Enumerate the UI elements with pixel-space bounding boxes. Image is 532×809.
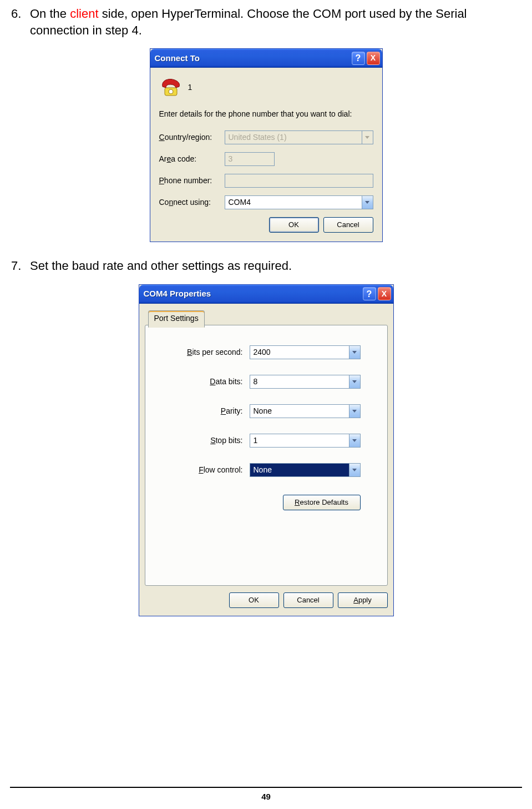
bps-label: Bits per second:	[187, 347, 242, 358]
connection-header: 1	[159, 76, 373, 99]
restore-row: Restore Defaults	[156, 495, 376, 510]
connect-using-value: COM4	[225, 195, 362, 209]
connect-to-dialog: Connect To ? X 1 Enter details for the p…	[150, 48, 383, 242]
chevron-down-icon[interactable]	[349, 463, 361, 477]
parity-value: None	[250, 404, 349, 418]
chevron-down-icon[interactable]	[362, 195, 373, 209]
connection-name: 1	[188, 82, 192, 93]
bps-row: Bits per second: 2400	[156, 345, 376, 359]
help-button[interactable]: ?	[363, 287, 376, 300]
bps-combo[interactable]: 2400	[250, 345, 361, 359]
country-combo: United States (1)	[225, 130, 373, 144]
cancel-button[interactable]: Cancel	[323, 217, 373, 233]
area-code-input: 3	[225, 152, 275, 166]
country-label: Country/region:	[159, 132, 225, 143]
connect-to-title: Connect To	[155, 53, 350, 64]
close-button[interactable]: X	[367, 52, 380, 65]
connect-label: Connect using:	[159, 197, 225, 208]
area-row: Area code: 3	[159, 152, 373, 166]
close-icon: X	[382, 289, 387, 299]
ok-button[interactable]: OK	[229, 592, 279, 608]
close-icon: X	[371, 53, 376, 63]
connect-to-body: 1 Enter details for the phone number tha…	[150, 68, 382, 242]
page-number: 49	[261, 792, 271, 801]
step-7-number: 7.	[11, 258, 30, 274]
phone-icon	[159, 76, 183, 99]
stopbits-combo[interactable]: 1	[250, 434, 361, 448]
bps-value: 2400	[250, 345, 349, 359]
connect-to-titlebar: Connect To ? X	[150, 49, 382, 68]
connect-to-buttons: OK Cancel	[159, 217, 373, 233]
phone-row: Phone number:	[159, 174, 373, 188]
databits-row: Data bits: 8	[156, 375, 376, 389]
step-6-pre: On the	[30, 7, 70, 21]
databits-value: 8	[250, 375, 349, 389]
connect-to-instruction: Enter details for the phone number that …	[159, 109, 373, 119]
page-footer: 49	[10, 787, 522, 802]
tab-area: Port Settings Bits per second: 2400 Data…	[145, 308, 388, 586]
port-settings-panel: Bits per second: 2400 Data bits: 8	[145, 325, 388, 586]
area-label: Area code:	[159, 154, 225, 164]
step-6-highlight: client	[70, 7, 98, 21]
parity-row: Parity: None	[156, 404, 376, 418]
step-6-number: 6.	[11, 6, 30, 38]
properties-buttons: OK Cancel Apply	[145, 592, 388, 608]
connect-to-dialog-wrap: Connect To ? X 1 Enter details for the p…	[11, 48, 521, 242]
phone-number-input	[225, 174, 373, 188]
stopbits-value: 1	[250, 434, 349, 448]
connect-using-combo[interactable]: COM4	[225, 195, 373, 209]
flowcontrol-combo[interactable]: None	[250, 463, 361, 477]
properties-dialog-wrap: COM4 Properties ? X Port Settings Bits p…	[11, 284, 521, 616]
properties-titlebar: COM4 Properties ? X	[139, 285, 393, 304]
flowcontrol-value: None	[250, 463, 349, 477]
databits-combo[interactable]: 8	[250, 375, 361, 389]
help-icon: ?	[367, 288, 372, 300]
phone-label: Phone number:	[159, 175, 225, 186]
ok-button[interactable]: OK	[269, 217, 319, 233]
connect-row: Connect using: COM4	[159, 195, 373, 209]
chevron-down-icon[interactable]	[349, 375, 361, 389]
stopbits-label: Stop bits:	[210, 435, 242, 446]
flowcontrol-label: Flow control:	[199, 465, 242, 475]
restore-defaults-button[interactable]: Restore Defaults	[283, 495, 361, 510]
tab-port-settings[interactable]: Port Settings	[148, 310, 205, 328]
close-button[interactable]: X	[378, 287, 391, 300]
chevron-down-icon[interactable]	[349, 404, 361, 418]
country-value: United States (1)	[225, 130, 362, 144]
chevron-down-icon	[362, 130, 373, 144]
step-7-text: Set the baud rate and other settings as …	[30, 258, 521, 274]
svg-point-1	[169, 89, 173, 94]
parity-label: Parity:	[221, 406, 243, 416]
step-6-text: On the client side, open HyperTerminal. …	[30, 6, 521, 38]
chevron-down-icon[interactable]	[349, 434, 361, 448]
step-6: 6. On the client side, open HyperTermina…	[11, 6, 521, 38]
apply-button[interactable]: Apply	[338, 592, 388, 608]
country-row: Country/region: United States (1)	[159, 130, 373, 144]
step-7: 7. Set the baud rate and other settings …	[11, 258, 521, 274]
databits-label: Data bits:	[210, 376, 242, 387]
cancel-button[interactable]: Cancel	[283, 592, 333, 608]
com4-properties-dialog: COM4 Properties ? X Port Settings Bits p…	[139, 284, 394, 616]
parity-combo[interactable]: None	[250, 404, 361, 418]
properties-body: Port Settings Bits per second: 2400 Data…	[139, 304, 393, 616]
help-icon: ?	[356, 52, 361, 64]
properties-title: COM4 Properties	[144, 288, 361, 299]
stopbits-row: Stop bits: 1	[156, 434, 376, 448]
flowcontrol-row: Flow control: None	[156, 463, 376, 477]
help-button[interactable]: ?	[352, 52, 365, 65]
chevron-down-icon[interactable]	[349, 345, 361, 359]
